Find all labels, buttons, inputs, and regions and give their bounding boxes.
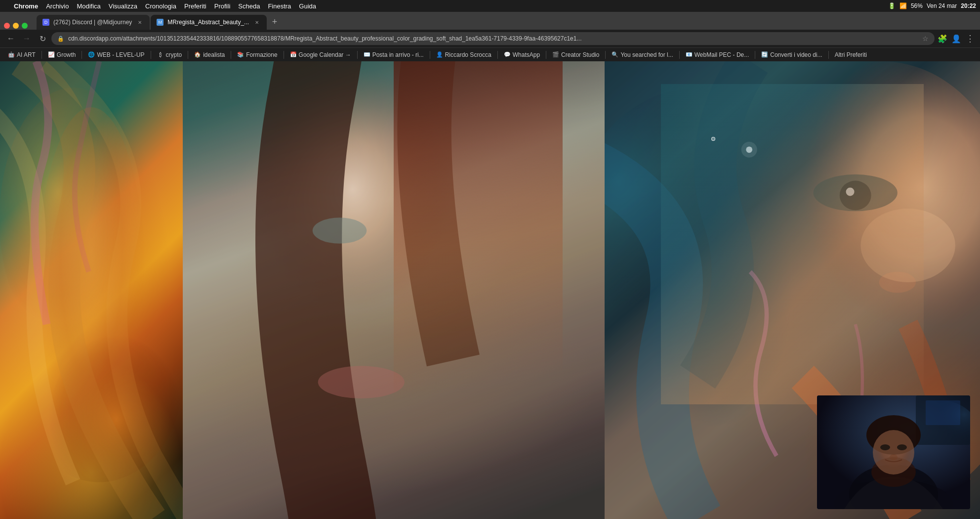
bookmark-web-levelup[interactable]: 🌐 WEB - LEVEL-UP	[84, 50, 148, 59]
svg-point-6	[318, 366, 405, 398]
bookmark-aiart[interactable]: 🤖 AI ART	[4, 50, 40, 59]
bookmark-sep-1	[41, 51, 42, 59]
chrome-window: D (2762) Discord | @Midjourney ✕ M MRreg…	[0, 12, 980, 519]
bookmark-sep-7	[357, 51, 358, 59]
bookmark-sep-9	[497, 51, 498, 59]
profile-icon[interactable]: 👤	[950, 33, 962, 44]
bookmark-yousearched-label: You searched for l...	[620, 51, 673, 58]
bookmark-crypto-label: crypto	[166, 51, 182, 58]
traffic-lights	[4, 23, 28, 29]
bookmark-sep-12	[679, 51, 680, 59]
nav-right-icons: 🧩 👤 ⋮	[937, 33, 976, 44]
portrait-center	[183, 61, 605, 519]
bookmark-aiart-label: AI ART	[17, 51, 36, 58]
bookmark-yousearched[interactable]: 🔍 You searched for l...	[608, 50, 677, 59]
bookmark-altri-label: Altri Preferiti	[835, 51, 867, 58]
bookmark-star-icon[interactable]: ☆	[922, 35, 929, 43]
cursor-dot	[711, 137, 715, 141]
extensions-icon[interactable]: 🧩	[937, 33, 948, 44]
svg-point-28	[873, 430, 914, 475]
bookmark-creator[interactable]: 🎬 Creator Studio	[548, 50, 603, 59]
battery-icon: 🔋	[888, 2, 896, 9]
posta-icon: ✉️	[364, 51, 370, 58]
tab-discord[interactable]: D (2762) Discord | @Midjourney ✕	[37, 15, 150, 30]
menu-preferiti[interactable]: Preferiti	[184, 2, 206, 10]
tab-discord-favicon: D	[42, 19, 49, 26]
bookmark-sep-13	[755, 51, 755, 59]
date-display: Ven 24 mar	[927, 2, 957, 9]
bookmark-posta[interactable]: ✉️ Posta in arrivo - ri...	[360, 50, 428, 59]
bookmark-whatsapp[interactable]: 💬 WhatsApp	[500, 50, 544, 59]
refresh-button[interactable]: ↻	[36, 32, 49, 45]
menu-profili[interactable]: Profili	[214, 2, 231, 10]
bookmark-formazione-label: Formazione	[246, 51, 277, 58]
nav-bar: ← → ↻ 🔒 cdn.discordapp.com/attachments/1…	[0, 30, 980, 47]
bookmark-sep-14	[828, 51, 829, 59]
svg-point-11	[750, 61, 980, 377]
bookmark-riccardo-label: Riccardo Scrocca	[445, 51, 491, 58]
bookmark-sep-6	[284, 51, 284, 59]
bookmark-sep-8	[430, 51, 430, 59]
bookmark-sep-11	[605, 51, 606, 59]
lock-icon: 🔒	[57, 36, 64, 42]
formazione-icon: 📚	[237, 51, 244, 58]
bookmark-gcalendar[interactable]: 📅 Google Calendar →	[286, 50, 355, 59]
back-button[interactable]: ←	[4, 32, 18, 45]
forward-button[interactable]: →	[20, 32, 34, 45]
bookmark-crypto[interactable]: ₿ crypto	[153, 50, 186, 59]
creator-icon: 🎬	[552, 51, 559, 58]
wifi-icon: 📶	[899, 2, 907, 9]
webmail-icon: 📧	[686, 51, 693, 58]
macos-menubar: Chrome Archivio Modifica Visualizza Cron…	[0, 0, 980, 12]
svg-point-31	[890, 454, 898, 460]
svg-point-12	[814, 174, 898, 212]
webcam-overlay	[817, 395, 970, 509]
bookmark-sep-2	[82, 51, 82, 59]
address-bar[interactable]: 🔒 cdn.discordapp.com/attachments/1013512…	[51, 32, 935, 45]
aiart-icon: 🤖	[8, 51, 15, 58]
svg-point-16	[860, 209, 955, 282]
idealista-icon: 🏠	[194, 51, 201, 58]
web-icon: 🌐	[88, 51, 95, 58]
bookmark-converti[interactable]: 🔄 Converti i video di...	[757, 50, 826, 59]
svg-point-30	[897, 444, 907, 450]
svg-point-17	[746, 146, 752, 153]
tab-image-title: MRregista_Abstract_beauty_...	[167, 19, 249, 26]
tab-bar: D (2762) Discord | @Midjourney ✕ M MRreg…	[0, 12, 980, 30]
tab-image-close[interactable]: ✕	[253, 18, 261, 26]
menu-guida[interactable]: Guida	[299, 2, 316, 10]
bookmark-web-label: WEB - LEVEL-UP	[97, 51, 144, 58]
menu-visualizza[interactable]: Visualizza	[109, 2, 137, 10]
bookmark-webmail[interactable]: 📧 WebMail PEC - De...	[682, 50, 753, 59]
menu-modifica[interactable]: Modifica	[77, 2, 100, 10]
time-display: 20:22	[961, 2, 976, 9]
bookmark-sep-4	[188, 51, 188, 59]
menu-finestra[interactable]: Finestra	[268, 2, 291, 10]
bookmark-altri[interactable]: Altri Preferiti	[831, 50, 871, 59]
svg-rect-22	[926, 400, 960, 425]
bookmark-idealista-label: idealista	[203, 51, 225, 58]
bookmark-idealista[interactable]: 🏠 idealista	[190, 50, 229, 59]
new-tab-button[interactable]: +	[268, 15, 282, 29]
address-bar-icons: ☆	[922, 35, 929, 43]
bookmark-posta-label: Posta in arrivo - ri...	[372, 51, 424, 58]
tab-discord-close[interactable]: ✕	[136, 18, 144, 26]
menu-cronologia[interactable]: Cronologia	[145, 2, 176, 10]
search-icon: 🔍	[612, 51, 618, 58]
bookmark-riccardo[interactable]: 👤 Riccardo Scrocca	[432, 50, 495, 59]
bookmark-growth[interactable]: 📈 Growth	[44, 50, 80, 59]
menu-scheda[interactable]: Scheda	[238, 2, 260, 10]
three-dots-menu[interactable]: ⋮	[964, 33, 976, 44]
crypto-icon: ₿	[157, 51, 164, 58]
bookmark-growth-label: Growth	[57, 51, 76, 58]
close-button[interactable]	[4, 23, 10, 29]
minimize-button[interactable]	[13, 23, 19, 29]
svg-point-15	[879, 272, 916, 293]
bookmark-formazione[interactable]: 📚 Formazione	[233, 50, 281, 59]
fullscreen-button[interactable]	[22, 23, 28, 29]
bookmarks-bar: 🤖 AI ART 📈 Growth 🌐 WEB - LEVEL-UP ₿ cry…	[0, 47, 980, 61]
menu-archivio[interactable]: Archivio	[46, 2, 69, 10]
app-name[interactable]: Chrome	[14, 2, 38, 10]
tab-image[interactable]: M MRregista_Abstract_beauty_... ✕	[151, 15, 267, 30]
svg-point-13	[840, 181, 871, 211]
